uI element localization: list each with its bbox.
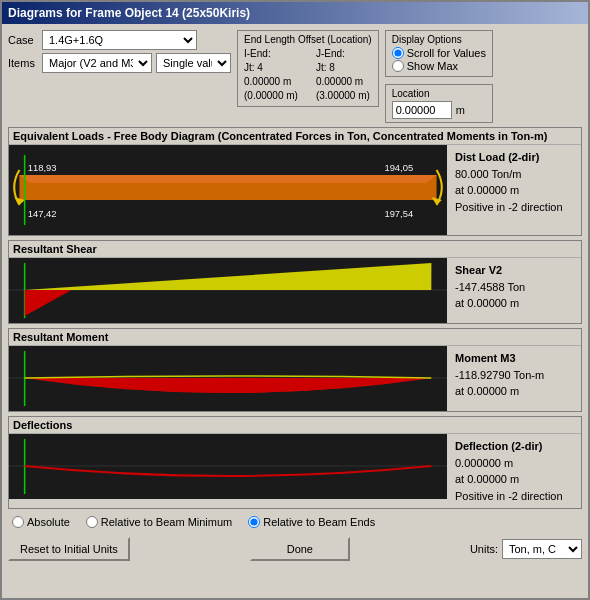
shear-canvas: [9, 258, 447, 323]
shear-info: Shear V2 -147.4588 Ton at 0.00000 m: [451, 258, 581, 323]
done-button[interactable]: Done: [250, 537, 350, 561]
single-select[interactable]: Single valued: [156, 53, 231, 73]
moment-info-line2: at 0.00000 m: [455, 383, 577, 400]
showmax-radio[interactable]: [392, 60, 404, 72]
i-end-label: I-End:: [244, 47, 298, 61]
i-end-jt: Jt: 4: [244, 61, 298, 75]
moment-header: Resultant Moment: [9, 329, 581, 346]
j-end-line3: (3.00000 m): [316, 89, 370, 103]
relative-ends-radio-row: Relative to Beam Ends: [248, 516, 375, 528]
deflection-info: Deflection (2-dir) 0.000000 m at 0.00000…: [451, 434, 581, 508]
relative-min-radio-row: Relative to Beam Minimum: [86, 516, 232, 528]
j-end-jt: Jt: 8: [316, 61, 370, 75]
reset-button[interactable]: Reset to Initial Units: [8, 537, 130, 561]
shear-panel: Resultant Shear S: [8, 240, 582, 324]
fbd-info-line3: Positive in -2 direction: [455, 199, 577, 216]
title-bar: Diagrams for Frame Object 14 (25x50Kiris…: [2, 2, 588, 24]
relative-ends-radio[interactable]: [248, 516, 260, 528]
items-label: Items: [8, 57, 38, 69]
location-box: Location m: [385, 84, 493, 123]
shear-info-line2: at 0.00000 m: [455, 295, 577, 312]
moment-panel: Resultant Moment Moment M3: [8, 328, 582, 412]
deflection-info-line3: Positive in -2 direction: [455, 488, 577, 505]
svg-text:147,42: 147,42: [28, 209, 57, 219]
svg-rect-18: [9, 434, 447, 499]
shear-svg: [9, 258, 447, 323]
scroll-label: Scroll for Values: [407, 47, 486, 59]
units-label: Units:: [470, 543, 498, 555]
deflection-info-line2: at 0.00000 m: [455, 471, 577, 488]
moment-info: Moment M3 -118.92790 Ton-m at 0.00000 m: [451, 346, 581, 411]
svg-marker-2: [19, 175, 436, 183]
svg-text:197,54: 197,54: [384, 209, 413, 219]
fbd-info-line2: at 0.00000 m: [455, 182, 577, 199]
fbd-panel: Equivalent Loads - Free Body Diagram (Co…: [8, 127, 582, 236]
fbd-svg: 118,93 194,05 147,42 197,54: [9, 145, 447, 235]
svg-text:194,05: 194,05: [384, 163, 413, 173]
j-end-line2: 0.00000 m: [316, 75, 370, 89]
relative-ends-label: Relative to Beam Ends: [263, 516, 375, 528]
location-input[interactable]: [392, 101, 452, 119]
display-options-title: Display Options: [392, 34, 486, 45]
relative-min-label: Relative to Beam Minimum: [101, 516, 232, 528]
fbd-canvas: 118,93 194,05 147,42 197,54: [9, 145, 447, 235]
units-select[interactable]: Ton, m, C: [502, 539, 582, 559]
moment-info-title: Moment M3: [455, 350, 577, 367]
deflection-info-title: Deflection (2-dir): [455, 438, 577, 455]
case-select[interactable]: 1.4G+1.6Q: [42, 30, 197, 50]
relative-min-radio[interactable]: [86, 516, 98, 528]
location-title: Location: [392, 88, 486, 99]
moment-info-line1: -118.92790 Ton-m: [455, 367, 577, 384]
fbd-info: Dist Load (2-dir) 80.000 Ton/m at 0.0000…: [451, 145, 581, 235]
fbd-info-title: Dist Load (2-dir): [455, 149, 577, 166]
absolute-radio[interactable]: [12, 516, 24, 528]
major-select[interactable]: Major (V2 and M3): [42, 53, 152, 73]
location-unit: m: [456, 104, 465, 116]
main-window: Diagrams for Frame Object 14 (25x50Kiris…: [0, 0, 590, 600]
shear-info-title: Shear V2: [455, 262, 577, 279]
end-length-box: End Length Offset (Location) I-End: Jt: …: [237, 30, 379, 107]
display-options-box: Display Options Scroll for Values Show M…: [385, 30, 493, 77]
fbd-header: Equivalent Loads - Free Body Diagram (Co…: [9, 128, 581, 145]
absolute-label: Absolute: [27, 516, 70, 528]
end-length-title: End Length Offset (Location): [244, 34, 372, 45]
window-title: Diagrams for Frame Object 14 (25x50Kiris…: [8, 6, 250, 20]
i-end-line3: (0.00000 m): [244, 89, 298, 103]
fbd-info-line1: 80.000 Ton/m: [455, 166, 577, 183]
deflection-info-line1: 0.000000 m: [455, 455, 577, 472]
scroll-radio[interactable]: [392, 47, 404, 59]
deflection-header: Deflections: [9, 417, 581, 434]
case-label: Case: [8, 34, 38, 46]
shear-info-line1: -147.4588 Ton: [455, 279, 577, 296]
deflection-panel: Deflections Deflection (2-dir) 0.000000 …: [8, 416, 582, 509]
deflection-svg: [9, 434, 447, 499]
svg-text:118,93: 118,93: [28, 163, 57, 173]
j-end-label: J-End:: [316, 47, 370, 61]
absolute-radio-row: Absolute: [12, 516, 70, 528]
deflection-canvas: [9, 434, 447, 499]
moment-canvas: [9, 346, 447, 411]
i-end-line2: 0.00000 m: [244, 75, 298, 89]
show-max-label: Show Max: [407, 60, 458, 72]
shear-header: Resultant Shear: [9, 241, 581, 258]
moment-svg: [9, 346, 447, 411]
